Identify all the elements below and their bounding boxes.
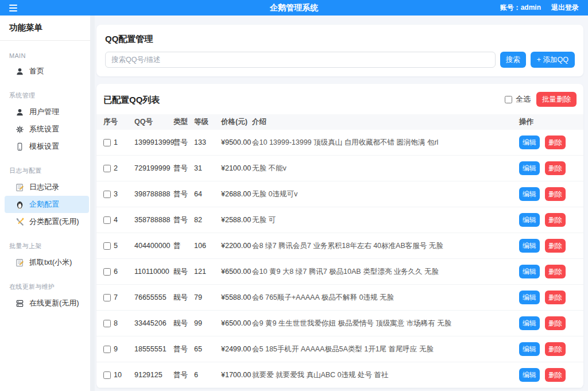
sidebar-item-template-settings[interactable]: 模板设置 bbox=[5, 138, 89, 155]
qq-type: 普号 bbox=[173, 370, 194, 380]
table-row: 3 398788888 普号 64 ¥2688.00 无脸 0违规可v 编辑 删… bbox=[96, 181, 583, 207]
qq-type: 普号 bbox=[173, 164, 194, 173]
sidebar-item-user-management[interactable]: 用户管理 bbox=[5, 103, 89, 121]
row-checkbox[interactable] bbox=[103, 371, 111, 379]
sidebar-item-grab-txt[interactable]: 抓取txt(小米) bbox=[5, 254, 89, 271]
qq-price: ¥5588.00 bbox=[221, 293, 252, 301]
row-checkbox[interactable] bbox=[103, 216, 111, 224]
qq-level: 79 bbox=[194, 293, 221, 301]
tools-icon bbox=[15, 217, 24, 226]
qq-price: ¥2100.00 bbox=[221, 164, 252, 172]
sidebar-section-system: 系统管理 bbox=[9, 91, 81, 100]
add-qq-button[interactable]: + 添加QQ bbox=[531, 52, 575, 68]
qq-description: 会8 绿7 腾讯会员7 业务累积18年左右 40标准AB客服号 无脸 bbox=[252, 241, 519, 251]
delete-button[interactable]: 删除 bbox=[545, 213, 566, 227]
server-icon bbox=[15, 299, 24, 308]
user-icon bbox=[15, 107, 24, 117]
logout-link[interactable]: 退出登录 bbox=[551, 3, 579, 13]
sidebar-section-batch: 批量与上架 bbox=[9, 242, 81, 250]
table-row: 1 1399913999 普号 133 ¥9500.00 会10 13999-1… bbox=[96, 130, 583, 156]
user-icon bbox=[15, 67, 24, 76]
qq-level: 106 bbox=[194, 242, 221, 250]
qq-number: 358788888 bbox=[134, 216, 173, 224]
delete-button[interactable]: 删除 bbox=[545, 161, 566, 175]
delete-button[interactable]: 删除 bbox=[545, 136, 566, 149]
qq-description: 会10 13999-13999 顶级真山 自用收藏都不错 圆润饱满 包rl bbox=[252, 138, 519, 148]
delete-button[interactable]: 删除 bbox=[545, 368, 566, 382]
delete-button[interactable]: 删除 bbox=[545, 187, 566, 201]
row-checkbox[interactable] bbox=[103, 191, 111, 198]
sidebar-item-label: 企鹅配置 bbox=[29, 199, 59, 210]
row-checkbox[interactable] bbox=[103, 165, 111, 172]
row-index: 4 bbox=[114, 216, 118, 224]
sidebar-scrollbar[interactable] bbox=[90, 16, 95, 391]
sidebar-item-home[interactable]: 首页 bbox=[5, 63, 89, 80]
sidebar-title: 功能菜单 bbox=[0, 16, 90, 41]
app-window: 企鹅管理系统 账号：admin 退出登录 功能菜单 MAIN 首页 系统管理 用… bbox=[0, 0, 588, 391]
qq-list-card: 已配置QQ列表 全选 批量删除 序号 QQ号 类型 等级 价格(元) bbox=[96, 84, 583, 388]
hamburger-menu-icon[interactable] bbox=[0, 0, 17, 16]
search-input[interactable] bbox=[105, 52, 496, 68]
edit-button[interactable]: 编辑 bbox=[519, 187, 540, 201]
edit-button[interactable]: 编辑 bbox=[519, 368, 540, 382]
sidebar-section-logs: 日志与配置 bbox=[9, 167, 81, 175]
qq-description: 会5 185手机开 AAAAA极品5A类型 1开1尾 首尾呼应 无脸 bbox=[252, 344, 519, 354]
sidebar-item-log-records[interactable]: 日志记录 bbox=[5, 179, 89, 196]
delete-button[interactable]: 删除 bbox=[545, 291, 566, 304]
row-checkbox[interactable] bbox=[103, 294, 111, 301]
search-button[interactable]: 搜索 bbox=[500, 52, 526, 68]
memo-icon bbox=[15, 258, 24, 267]
table-row: 4 358788888 普号 82 ¥2588.00 无脸 可 编辑 删除 bbox=[96, 207, 583, 233]
qq-price: ¥2200.00 bbox=[221, 242, 252, 250]
table-row: 2 729199999 普号 31 ¥2100.00 无脸 不能v 编辑 删除 bbox=[96, 156, 583, 181]
qq-price: ¥2588.00 bbox=[221, 216, 252, 224]
edit-button[interactable]: 编辑 bbox=[519, 161, 540, 175]
top-header: 企鹅管理系统 账号：admin 退出登录 bbox=[0, 0, 588, 16]
select-all-checkbox[interactable] bbox=[505, 96, 512, 103]
sidebar-item-penguin-config[interactable]: 企鹅配置 bbox=[5, 196, 89, 213]
tablet-icon bbox=[15, 142, 24, 151]
row-index: 1 bbox=[114, 138, 118, 146]
main-content: QQ配置管理 搜索 + 添加QQ 已配置QQ列表 全选 批量删除 bbox=[95, 16, 588, 391]
edit-button[interactable]: 编辑 bbox=[519, 342, 540, 356]
delete-button[interactable]: 删除 bbox=[545, 342, 566, 356]
row-checkbox[interactable] bbox=[103, 242, 111, 250]
memo-icon bbox=[15, 183, 24, 192]
header-desc: 介绍 bbox=[252, 117, 519, 127]
row-index: 6 bbox=[114, 268, 118, 276]
delete-button[interactable]: 删除 bbox=[545, 265, 566, 278]
edit-button[interactable]: 编辑 bbox=[519, 316, 540, 330]
edit-button[interactable]: 编辑 bbox=[519, 213, 540, 227]
edit-button[interactable]: 编辑 bbox=[519, 239, 540, 253]
row-checkbox[interactable] bbox=[103, 346, 111, 353]
sidebar-item-label: 分类配置(无用) bbox=[29, 216, 79, 227]
sidebar-item-online-update[interactable]: 在线更新(无用) bbox=[5, 295, 89, 312]
qq-number: 404400000 bbox=[134, 242, 173, 250]
table-row: 7 76655555 靓号 79 ¥5588.00 会6 765顺子+AAAAA… bbox=[96, 285, 583, 311]
row-checkbox[interactable] bbox=[103, 320, 111, 327]
delete-button[interactable]: 删除 bbox=[545, 316, 566, 330]
qq-table-body: 1 1399913999 普号 133 ¥9500.00 会10 13999-1… bbox=[96, 130, 583, 388]
sidebar-item-system-settings[interactable]: 系统设置 bbox=[5, 121, 89, 138]
qq-level: 65 bbox=[194, 345, 221, 353]
row-checkbox[interactable] bbox=[103, 139, 111, 146]
qq-level: 121 bbox=[194, 268, 221, 276]
edit-button[interactable]: 编辑 bbox=[519, 265, 540, 278]
sidebar: 功能菜单 MAIN 首页 系统管理 用户管理 系统设置 bbox=[0, 16, 90, 391]
qq-level: 6 bbox=[194, 371, 221, 379]
batch-delete-button[interactable]: 批量删除 bbox=[536, 92, 577, 107]
qq-number: 1399913999 bbox=[134, 138, 173, 146]
qq-number: 33445206 bbox=[134, 319, 173, 327]
header-index: 序号 bbox=[103, 117, 134, 127]
qq-number: 110110000 bbox=[134, 268, 173, 276]
qq-description: 会10 黄9 大8 绿7 腾讯7 极品10AB 类型漂亮 业务久久 无脸 bbox=[252, 267, 519, 277]
row-checkbox[interactable] bbox=[103, 268, 111, 276]
edit-button[interactable]: 编辑 bbox=[519, 136, 540, 149]
qq-description: 无脸 可 bbox=[252, 215, 519, 225]
sidebar-item-label: 用户管理 bbox=[29, 107, 59, 117]
qq-price: ¥1700.00 bbox=[221, 371, 252, 379]
edit-button[interactable]: 编辑 bbox=[519, 291, 540, 304]
header-type: 类型 bbox=[173, 117, 194, 127]
delete-button[interactable]: 删除 bbox=[545, 239, 566, 253]
sidebar-item-category-config[interactable]: 分类配置(无用) bbox=[5, 213, 89, 230]
